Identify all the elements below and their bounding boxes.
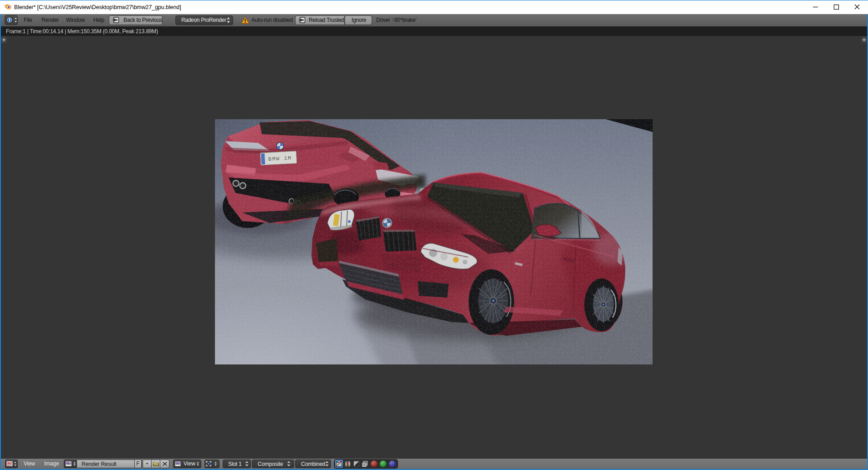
- svg-text:View: View: [184, 460, 195, 467]
